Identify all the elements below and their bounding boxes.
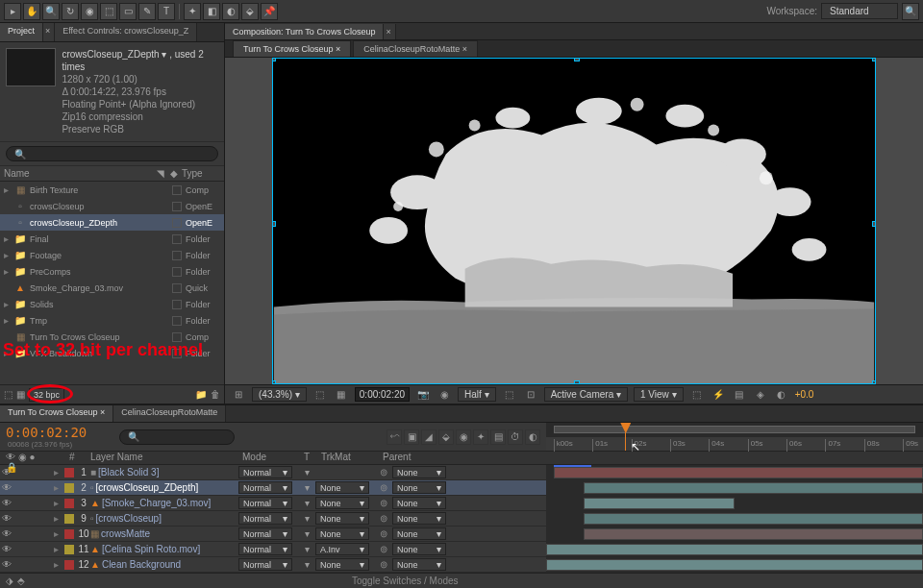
col-comment-header[interactable]: ◆ bbox=[170, 168, 182, 179]
view-layout-dropdown[interactable]: 1 View ▾ bbox=[634, 387, 684, 402]
visibility-toggle[interactable]: 👁 bbox=[0, 482, 13, 493]
motion-blur-icon[interactable]: ◉ bbox=[456, 429, 471, 445]
layer-row[interactable]: 👁▸1■ [Black Solid 3]Normal ▾▾⊚None ▾ bbox=[0, 465, 923, 480]
blend-mode-dropdown[interactable]: Normal ▾ bbox=[238, 481, 292, 494]
trkmat-dropdown[interactable]: None ▾ bbox=[315, 558, 369, 571]
layer-duration-bar[interactable] bbox=[584, 528, 923, 540]
layer-row[interactable]: 👁▸12▲ Clean BackgroundNormal ▾▾None ▾⊚No… bbox=[0, 557, 923, 573]
project-item[interactable]: ▸📁FootageFolder bbox=[0, 247, 224, 263]
layer-duration-bar[interactable] bbox=[584, 498, 735, 509]
timeline-search-input[interactable] bbox=[119, 429, 235, 445]
blend-mode-dropdown[interactable]: Normal ▾ bbox=[238, 558, 292, 571]
camera-dropdown[interactable]: Active Camera ▾ bbox=[544, 387, 628, 402]
trkmat-dropdown[interactable]: None ▾ bbox=[315, 527, 369, 540]
project-item[interactable]: ▸📁VFX BreakdownFolder bbox=[0, 345, 224, 361]
parent-dropdown[interactable]: None ▾ bbox=[392, 466, 446, 478]
trkmat-dropdown[interactable]: A.Inv ▾ bbox=[315, 543, 369, 555]
comp-mini-flowchart-icon[interactable]: ⬿ bbox=[387, 429, 402, 445]
blend-mode-dropdown[interactable]: Normal ▾ bbox=[238, 527, 292, 540]
composition-canvas[interactable] bbox=[272, 58, 876, 384]
magnification-dropdown[interactable]: (43.3%) ▾ bbox=[252, 387, 307, 402]
pixel-aspect-icon[interactable]: ⬚ bbox=[689, 388, 705, 402]
draft3d-icon[interactable]: ▣ bbox=[404, 429, 419, 445]
col-type-header[interactable]: Type bbox=[182, 168, 220, 179]
pen-tool[interactable]: ✎ bbox=[138, 3, 156, 20]
blend-mode-dropdown[interactable]: Normal ▾ bbox=[238, 543, 292, 555]
playhead[interactable] bbox=[625, 423, 626, 451]
puppet-tool[interactable]: 📌 bbox=[261, 3, 278, 20]
frame-blend-icon[interactable]: ⬙ bbox=[438, 429, 454, 445]
parent-dropdown[interactable]: None ▾ bbox=[392, 558, 446, 571]
resolution-dropdown[interactable]: Half ▾ bbox=[458, 387, 496, 402]
timeline-tab[interactable]: CelinaCloseupRotoMatte bbox=[113, 405, 226, 422]
grid-options-icon[interactable]: ⊡ bbox=[523, 388, 538, 402]
graph-editor-icon[interactable]: ▤ bbox=[490, 429, 506, 445]
toggle-switches-icon[interactable]: ⬘ bbox=[17, 576, 25, 586]
col-name-header[interactable]: Name bbox=[4, 168, 157, 179]
layer-row[interactable]: 👁▸3▲ [Smoke_Charge_03.mov]Normal ▾▾None … bbox=[0, 496, 923, 511]
project-list[interactable]: ▸▦Birth TextureComp▫crowsCloseupOpenE▫cr… bbox=[0, 182, 224, 384]
blend-mode-dropdown[interactable]: Normal ▾ bbox=[238, 512, 292, 525]
hand-tool[interactable]: ✋ bbox=[23, 3, 40, 20]
composition-viewer[interactable] bbox=[225, 58, 923, 384]
rotation-tool[interactable]: ↻ bbox=[62, 3, 79, 20]
channel-icon[interactable]: ◉ bbox=[437, 388, 452, 402]
transparency-icon[interactable]: ▦ bbox=[334, 388, 349, 402]
timeline-timecode[interactable]: 0:00:02:20 bbox=[6, 425, 87, 440]
pan-behind-tool[interactable]: ⬚ bbox=[100, 3, 117, 20]
parent-pickwhip-icon[interactable]: ⊚ bbox=[375, 498, 392, 508]
workspace-dropdown[interactable]: Standard bbox=[821, 3, 898, 19]
visibility-toggle[interactable]: 👁 bbox=[0, 467, 13, 478]
project-item[interactable]: ▸📁PreCompsFolder bbox=[0, 263, 224, 280]
interpret-footage-icon[interactable]: ⬚ bbox=[4, 389, 12, 400]
layer-duration-bar[interactable] bbox=[546, 559, 923, 571]
parent-pickwhip-icon[interactable]: ⊚ bbox=[375, 544, 392, 554]
timeline-tab[interactable]: Turn To Crows Closeup × bbox=[0, 405, 113, 422]
exposure-value[interactable]: +0.0 bbox=[795, 389, 814, 400]
parent-pickwhip-icon[interactable]: ⊚ bbox=[375, 467, 392, 478]
project-item[interactable]: ▲Smoke_Charge_03.movQuick bbox=[0, 280, 224, 296]
visibility-toggle[interactable]: 👁 bbox=[0, 513, 13, 524]
snapshot-icon[interactable]: 📷 bbox=[415, 388, 431, 402]
project-item[interactable]: ▫crowsCloseupOpenE bbox=[0, 198, 224, 214]
timeline-icon[interactable]: ▤ bbox=[732, 388, 747, 402]
effect-controls-tab[interactable]: Effect Controls: crowsCloseup_Z bbox=[55, 23, 197, 41]
timeline-layers[interactable]: 👁▸1■ [Black Solid 3]Normal ▾▾⊚None ▾👁▸2▫… bbox=[0, 465, 923, 573]
parent-pickwhip-icon[interactable]: ⊚ bbox=[375, 513, 392, 524]
project-item[interactable]: ▫crowsCloseup_ZDepthOpenE bbox=[0, 214, 224, 231]
layer-row[interactable]: 👁▸2▫ [crowsCloseup_ZDepth]Normal ▾▾None … bbox=[0, 480, 923, 496]
camera-tool[interactable]: ◉ bbox=[81, 3, 98, 20]
project-search-input[interactable] bbox=[6, 146, 218, 161]
eraser-tool[interactable]: ◐ bbox=[222, 3, 239, 20]
grid-icon[interactable]: ⊞ bbox=[231, 388, 246, 402]
roi-toggle-icon[interactable]: ⬚ bbox=[502, 388, 517, 402]
composition-panel-tab[interactable]: Composition: Turn To Crows Closeup bbox=[225, 24, 384, 39]
parent-dropdown[interactable]: None ▾ bbox=[392, 497, 446, 509]
parent-pickwhip-icon[interactable]: ⊚ bbox=[375, 482, 392, 493]
parent-pickwhip-icon[interactable]: ⊚ bbox=[375, 528, 392, 539]
trkmat-dropdown[interactable]: None ▾ bbox=[315, 497, 369, 509]
visibility-toggle[interactable]: 👁 bbox=[0, 498, 13, 508]
new-folder-icon[interactable]: 📁 bbox=[195, 389, 207, 400]
auto-keyframe-icon[interactable]: ⏱ bbox=[508, 429, 523, 445]
clone-tool[interactable]: ◧ bbox=[203, 3, 220, 20]
visibility-toggle[interactable]: 👁 bbox=[0, 559, 13, 570]
visibility-toggle[interactable]: 👁 bbox=[0, 528, 13, 539]
brainstorm-icon[interactable]: ✦ bbox=[473, 429, 488, 445]
col-label-header[interactable]: ◥ bbox=[157, 168, 170, 179]
visibility-toggle[interactable]: 👁 bbox=[0, 544, 13, 554]
comp-tab[interactable]: Turn To Crows Closeup × bbox=[233, 40, 351, 57]
blend-mode-dropdown[interactable]: Normal ▾ bbox=[238, 466, 292, 478]
flowchart-icon[interactable]: ◈ bbox=[753, 388, 768, 402]
parent-dropdown[interactable]: None ▾ bbox=[392, 543, 446, 555]
trkmat-dropdown[interactable]: None ▾ bbox=[315, 512, 369, 525]
zoom-tool[interactable]: 🔍 bbox=[42, 3, 60, 20]
viewer-timecode[interactable]: 0:00:02:20 bbox=[355, 387, 410, 402]
time-ruler[interactable]: k00s01s02s03s04s05s06s07s08s09s bbox=[546, 437, 923, 452]
type-tool[interactable]: T bbox=[158, 3, 175, 20]
parent-dropdown[interactable]: None ▾ bbox=[392, 481, 446, 494]
project-item[interactable]: ▸📁TmpFolder bbox=[0, 312, 224, 329]
expand-icon[interactable]: ⬗ bbox=[6, 576, 13, 586]
layer-row[interactable]: 👁▸9▫ [crowsCloseup]Normal ▾▾None ▾⊚None … bbox=[0, 511, 923, 527]
project-item[interactable]: ▸📁SolidsFolder bbox=[0, 296, 224, 312]
